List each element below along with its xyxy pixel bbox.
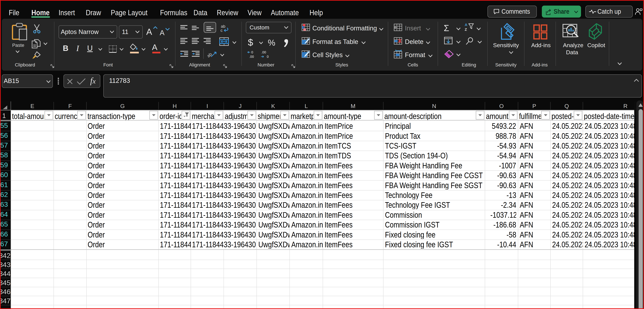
svg-text:0: 0: [267, 55, 269, 59]
svg-text:c: c: [220, 28, 222, 33]
svg-text:0: 0: [251, 50, 253, 54]
svg-text:.00: .00: [262, 50, 266, 54]
svg-text:Z: Z: [465, 27, 467, 32]
svg-text:.00: .00: [249, 55, 254, 59]
svg-text:A: A: [465, 23, 468, 27]
svg-text:ab: ab: [207, 52, 213, 59]
